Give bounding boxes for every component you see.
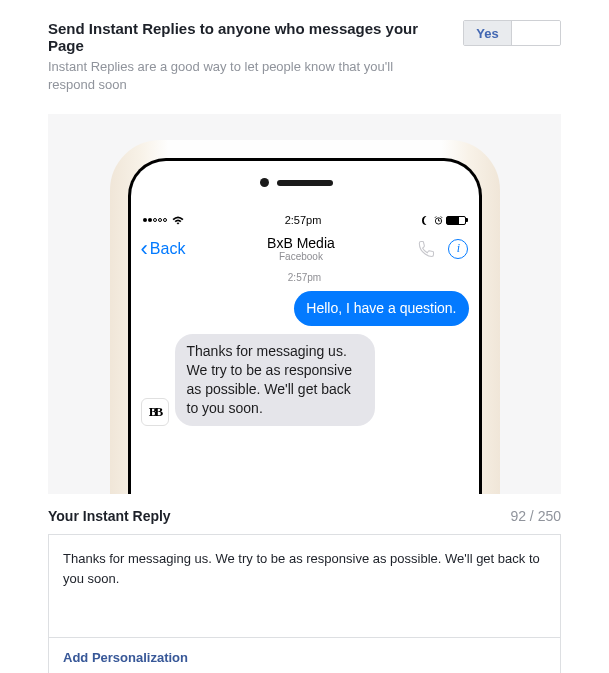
back-label: Back (150, 240, 186, 258)
reply-message-bubble: Thanks for messaging us. We try to be as… (175, 334, 375, 426)
alarm-icon (434, 216, 443, 225)
svg-line-4 (441, 216, 442, 217)
moon-icon (422, 216, 431, 225)
settings-header: Send Instant Replies to anyone who messa… (48, 20, 561, 94)
call-icon[interactable] (416, 239, 436, 259)
phone-preview: 2:57pm ‹ Back (48, 114, 561, 494)
svg-line-3 (435, 216, 436, 217)
add-personalization-button[interactable]: Add Personalization (49, 637, 560, 673)
page-subtitle: Instant Replies are a good way to let pe… (48, 58, 443, 94)
chat-nav-bar: ‹ Back BxB Media Facebook i (131, 227, 479, 270)
signal-strength (143, 216, 184, 225)
instant-reply-toggle: Yes (463, 20, 561, 46)
status-time: 2:57pm (285, 214, 322, 226)
chevron-left-icon: ‹ (141, 238, 148, 260)
user-message-bubble: Hello, I have a question. (294, 291, 468, 326)
chat-subtitle: Facebook (267, 251, 335, 262)
character-counter: 92 / 250 (510, 508, 561, 524)
info-icon[interactable]: i (448, 239, 468, 259)
reply-textarea[interactable] (49, 535, 560, 633)
toggle-no-button[interactable] (512, 21, 560, 45)
back-button[interactable]: ‹ Back (141, 238, 186, 260)
chat-timestamp: 2:57pm (141, 272, 469, 283)
phone-status-bar: 2:57pm (131, 213, 479, 227)
phone-speaker (277, 180, 333, 186)
toggle-yes-button[interactable]: Yes (464, 21, 512, 45)
reply-section-title: Your Instant Reply (48, 508, 171, 524)
chat-title: BxB Media (267, 235, 335, 251)
reply-editor: Add Personalization (48, 534, 561, 673)
battery-icon (446, 216, 466, 225)
wifi-icon (172, 216, 184, 225)
page-avatar: BB (141, 398, 169, 426)
page-title: Send Instant Replies to anyone who messa… (48, 20, 443, 54)
phone-camera (260, 178, 269, 187)
